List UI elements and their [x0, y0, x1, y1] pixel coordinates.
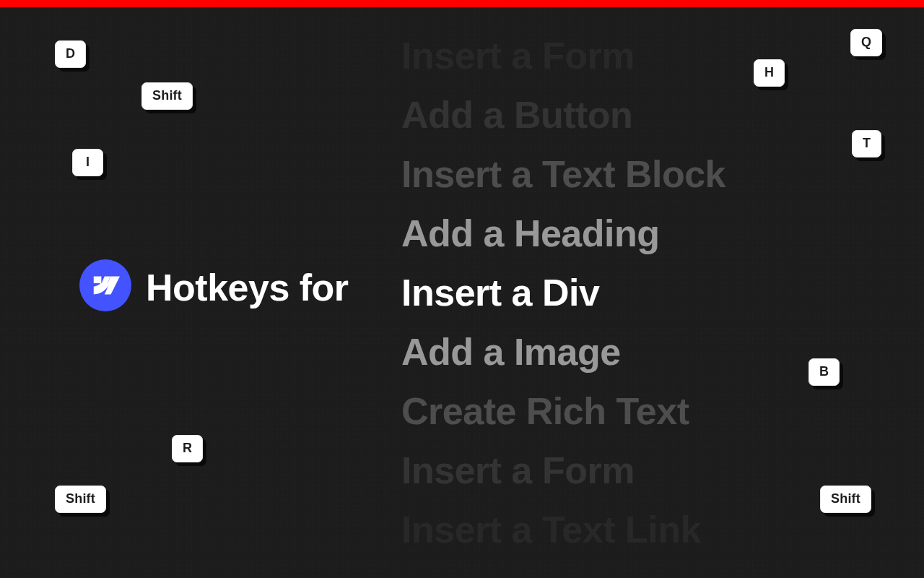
ticker-item: Insert a Form	[401, 26, 921, 85]
key-d: D	[55, 40, 86, 68]
ticker-item: Add a Button	[401, 85, 921, 144]
headline-prefix: Hotkeys for	[146, 266, 349, 309]
hotkey-ticker: Insert a Form Add a Button Insert a Text…	[401, 26, 921, 559]
ticker-item: Insert a Text Block	[401, 144, 921, 204]
key-r: R	[172, 435, 203, 462]
ticker-item: Create Rich Text	[401, 381, 921, 441]
key-shift: Shift	[141, 82, 193, 110]
ticker-item: Insert a Form	[401, 441, 921, 500]
ticker-item: Insert a Div	[401, 263, 921, 322]
ticker-item: Insert a Text Link	[401, 500, 921, 559]
key-shift: Shift	[55, 486, 106, 513]
webflow-logo-icon	[79, 259, 131, 311]
webflow-w-icon	[91, 276, 120, 295]
top-accent-bar	[0, 0, 924, 7]
ticker-item: Add a Heading	[401, 204, 921, 263]
ticker-item: Add a Image	[401, 322, 921, 381]
key-i: I	[72, 149, 103, 176]
